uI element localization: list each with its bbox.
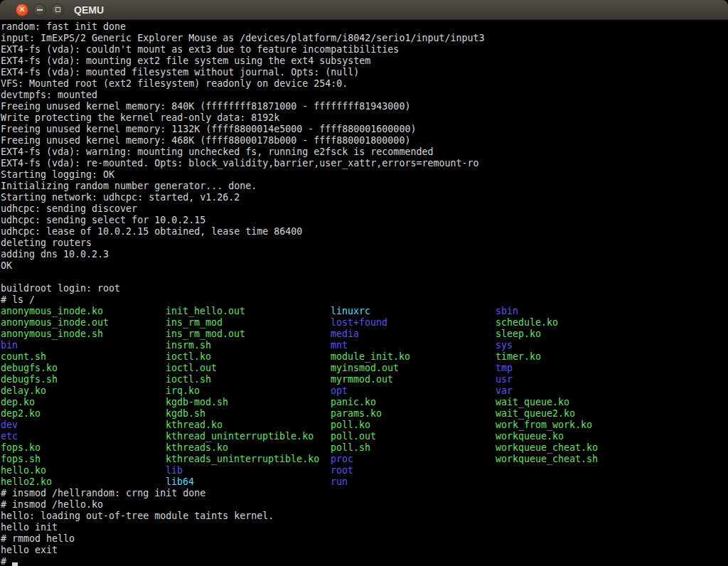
console-line: Freeing unused kernel memory: 1132K (fff…	[0, 124, 728, 135]
console-line: EXT4-fs (vda): warning: mounting uncheck…	[0, 146, 728, 158]
console-line: hello init	[0, 522, 728, 533]
file-entry: init_hello.out	[165, 306, 330, 317]
file-entry: ins_rm_mod.out	[165, 329, 330, 340]
file-entry: kgdb-mod.sh	[165, 397, 330, 408]
file-entry: wait_queue.ko	[495, 397, 660, 408]
file-entry: hello.ko	[0, 465, 165, 476]
file-entry: anonymous_inode.out	[0, 317, 165, 329]
file-entry: dep.ko	[0, 397, 165, 408]
console-line: udhcpc: sending discover	[0, 203, 728, 215]
shell-prompt-line: #	[0, 556, 728, 566]
file-entry: sys	[495, 340, 660, 351]
qemu-window: ✕ QEMU random: fast init doneinput: ImEx…	[0, 0, 728, 566]
file-entry: poll.out	[330, 431, 495, 442]
file-entry: timer.ko	[495, 351, 660, 363]
file-entry: workqueue_cheat.sh	[495, 454, 660, 465]
minimize-icon	[37, 9, 43, 11]
console-line: deleting routers	[0, 237, 728, 249]
maximize-button[interactable]	[51, 4, 64, 16]
close-button[interactable]: ✕	[16, 4, 28, 16]
console-line: devtmpfs: mounted	[0, 90, 728, 101]
close-icon: ✕	[18, 6, 25, 14]
console-line: EXT4-fs (vda): re-mounted. Opts: block_v…	[0, 158, 728, 169]
file-entry: mnt	[330, 340, 495, 351]
file-entry: fops.sh	[0, 454, 165, 465]
console-line: Freeing unused kernel memory: 840K (ffff…	[0, 101, 728, 112]
file-entry: params.ko	[330, 408, 495, 420]
file-entry: myinsmod.out	[330, 363, 495, 374]
file-entry: debugfs.sh	[0, 374, 165, 385]
console-line: EXT4-fs (vda): mounting ext2 file system…	[0, 55, 728, 67]
file-entry: fops.ko	[0, 442, 165, 454]
console-line: Starting logging: OK	[0, 169, 728, 181]
console-line: Write protecting the kernel read-only da…	[0, 112, 728, 124]
file-entry: kthreads.ko	[165, 442, 330, 454]
console-line: Initializing random number generator... …	[0, 181, 728, 192]
console-line: Starting network: udhcpc: started, v1.26…	[0, 192, 728, 203]
file-entry: etc	[0, 431, 165, 442]
console-line	[0, 272, 728, 283]
console-line: # insmod /hellrandom: crng init done	[0, 488, 728, 499]
console-line: OK	[0, 260, 728, 272]
console-line: adding dns 10.0.2.3	[0, 249, 728, 260]
console-line: EXT4-fs (vda): couldn't mount as ext3 du…	[0, 44, 728, 55]
terminal-screen[interactable]: random: fast init doneinput: ImExPS/2 Ge…	[0, 20, 728, 566]
file-entry: hello2.ko	[0, 476, 165, 488]
console-line: # ls /	[0, 294, 728, 306]
file-entry: ioctl.ko	[165, 351, 330, 363]
file-entry: dev	[0, 420, 165, 431]
file-entry: lib	[165, 465, 330, 476]
maximize-icon	[55, 7, 60, 12]
file-entry: tmp	[495, 363, 660, 374]
file-entry: myrmmod.out	[330, 374, 495, 385]
console-line: random: fast init done	[0, 21, 728, 33]
console-line: hello: loading out-of-tree module taints…	[0, 511, 728, 522]
file-entry: dep2.ko	[0, 408, 165, 420]
tail-output: # insmod /hellrandom: crng init done# in…	[0, 488, 728, 556]
file-entry: workqueue_cheat.ko	[495, 442, 660, 454]
file-entry: sleep.ko	[495, 329, 660, 340]
file-entry: sbin	[495, 306, 660, 317]
file-entry: debugfs.ko	[0, 363, 165, 374]
console-line: VFS: Mounted root (ext2 filesystem) read…	[0, 78, 728, 90]
file-entry: bin	[0, 340, 165, 351]
window-title: QEMU	[74, 4, 104, 16]
window-titlebar: ✕ QEMU	[0, 0, 728, 20]
console-line: udhcpc: lease of 10.0.2.15 obtained, lea…	[0, 226, 728, 237]
file-entry: anonymous_inode.ko	[0, 306, 165, 317]
minimize-button[interactable]	[33, 4, 46, 16]
console-line: buildroot login: root	[0, 283, 728, 294]
console-line: # rmmod hello	[0, 533, 728, 545]
file-entry: schedule.ko	[495, 317, 660, 329]
file-entry: anonymous_inode.sh	[0, 329, 165, 340]
terminal-cursor	[12, 562, 18, 566]
file-entry: kthreads_uninterruptible.ko	[165, 454, 330, 465]
file-entry: lost+found	[330, 317, 495, 329]
file-entry: ioctl.out	[165, 363, 330, 374]
file-entry: usr	[495, 374, 660, 385]
file-entry: irq.ko	[165, 385, 330, 397]
file-entry: media	[330, 329, 495, 340]
console-line: EXT4-fs (vda): mounted filesystem withou…	[0, 67, 728, 78]
ls-output: anonymous_inode.koanonymous_inode.outano…	[0, 306, 728, 488]
file-entry: ins_rm_mod	[165, 317, 330, 329]
file-entry: workqueue.ko	[495, 431, 660, 442]
file-entry: panic.ko	[330, 397, 495, 408]
file-entry: ioctl.sh	[165, 374, 330, 385]
boot-output: random: fast init doneinput: ImExPS/2 Ge…	[0, 21, 728, 306]
file-entry: var	[495, 385, 660, 397]
file-entry: poll.ko	[330, 420, 495, 431]
file-entry: work_from_work.ko	[495, 420, 660, 431]
file-entry: count.sh	[0, 351, 165, 363]
console-line: Freeing unused kernel memory: 468K (ffff…	[0, 135, 728, 146]
console-line: udhcpc: sending select for 10.0.2.15	[0, 215, 728, 226]
file-entry: root	[330, 465, 495, 476]
file-entry: delay.ko	[0, 385, 165, 397]
file-entry: poll.sh	[330, 442, 495, 454]
file-entry: linuxrc	[330, 306, 495, 317]
console-line: input: ImExPS/2 Generic Explorer Mouse a…	[0, 33, 728, 44]
file-entry: module_init.ko	[330, 351, 495, 363]
file-entry: insrm.sh	[165, 340, 330, 351]
file-entry: kthread.ko	[165, 420, 330, 431]
console-line: # insmod /hello.ko	[0, 499, 728, 511]
